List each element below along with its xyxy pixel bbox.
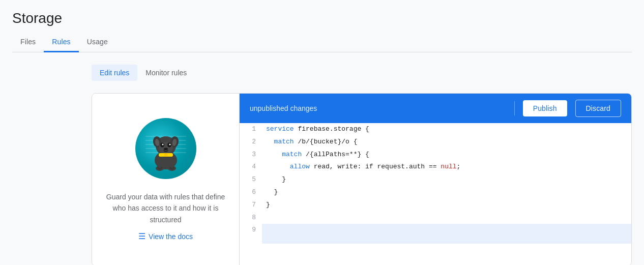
sub-tab-edit-rules[interactable]: Edit rules (92, 65, 137, 81)
code-line-3: 3 match /{allPaths=**} { (240, 149, 631, 161)
code-cell-1: service firebase.storage { (262, 123, 631, 136)
line-num-2: 2 (240, 136, 262, 149)
tab-usage[interactable]: Usage (79, 33, 116, 52)
code-cell-7: } (262, 199, 631, 212)
line-num-5: 5 (240, 173, 262, 186)
guard-text: Guard your data with rules that define w… (104, 191, 227, 225)
svg-point-26 (172, 167, 174, 169)
main-content: Edit rules Monitor rules (0, 52, 644, 265)
sub-tabs: Edit rules Monitor rules (92, 65, 632, 81)
code-cell-3: match /{allPaths=**} { (262, 149, 631, 161)
dog-icon (145, 126, 186, 171)
code-line-6: 6 } (240, 186, 631, 199)
line-num-1: 1 (240, 123, 262, 136)
view-docs-link[interactable]: ☰ View the docs (138, 231, 193, 241)
line-num-4: 4 (240, 161, 262, 173)
code-cell-5: } (262, 173, 631, 186)
svg-point-14 (162, 143, 163, 145)
tab-files[interactable]: Files (12, 33, 44, 52)
code-lines: 1 service firebase.storage { 2 match /b/… (240, 123, 631, 244)
code-line-1: 1 service firebase.storage { (240, 123, 631, 136)
discard-button[interactable]: Discard (575, 100, 621, 117)
code-line-2: 2 match /b/{bucket}/o { (240, 136, 631, 149)
line-num-6: 6 (240, 186, 262, 199)
svg-point-15 (169, 143, 170, 145)
line-num-3: 3 (240, 149, 262, 161)
code-cell-2: match /b/{bucket}/o { (262, 136, 631, 149)
sub-tab-monitor-rules[interactable]: Monitor rules (137, 65, 195, 81)
content-area: Guard your data with rules that define w… (92, 93, 632, 265)
editor-toolbar: unpublished changes Publish Discard (240, 94, 631, 123)
code-cell-8 (262, 212, 631, 224)
line-num-7: 7 (240, 199, 262, 212)
line-num-8: 8 (240, 212, 262, 224)
unpublished-label: unpublished changes (250, 104, 506, 112)
code-cell-4: allow read, write: if request.auth == nu… (262, 161, 631, 173)
dog-illustration (135, 118, 196, 179)
right-panel: unpublished changes Publish Discard 1 se… (240, 94, 631, 265)
svg-point-16 (164, 148, 168, 150)
code-line-4: 4 allow read, write: if request.auth == … (240, 161, 631, 173)
code-cell-9 (262, 224, 631, 244)
page-header: Storage Files Rules Usage (0, 0, 644, 52)
code-cell-6: } (262, 186, 631, 199)
top-tabs: Files Rules Usage (12, 33, 632, 52)
left-panel: Guard your data with rules that define w… (92, 94, 240, 265)
code-line-8: 8 (240, 212, 631, 224)
svg-point-18 (164, 153, 167, 156)
page-title: Storage (12, 10, 632, 26)
svg-point-23 (160, 167, 162, 169)
code-line-7: 7 } (240, 199, 631, 212)
toolbar-divider (514, 101, 515, 115)
list-icon: ☰ (138, 231, 145, 241)
code-line-9: 9 (240, 224, 631, 244)
view-docs-label: View the docs (149, 232, 193, 241)
line-num-9: 9 (240, 224, 262, 244)
tab-rules[interactable]: Rules (44, 33, 79, 52)
code-editor[interactable]: 1 service firebase.storage { 2 match /b/… (240, 123, 631, 265)
publish-button[interactable]: Publish (523, 100, 567, 116)
code-line-5: 5 } (240, 173, 631, 186)
